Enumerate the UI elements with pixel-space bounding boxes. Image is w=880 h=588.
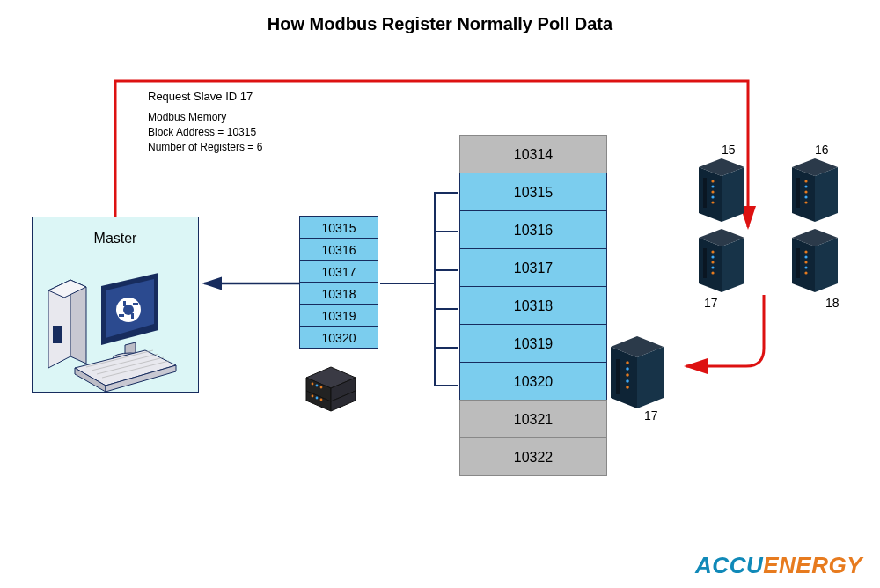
svg-point-43 (711, 185, 714, 187)
svg-point-61 (711, 255, 714, 258)
svg-point-62 (711, 261, 714, 263)
reg-cell: 10315 (299, 216, 378, 239)
svg-marker-75 (611, 347, 637, 408)
server-icon (607, 334, 667, 412)
slave-memory-map: 10314 10315 10316 10317 10318 10319 1032… (459, 136, 607, 476)
svg-rect-9 (53, 326, 62, 343)
slave-id-label: 16 (815, 143, 829, 157)
slave-id-label: 15 (722, 143, 736, 157)
svg-point-82 (626, 386, 629, 389)
reg-cell: 10315 (459, 173, 607, 211)
svg-rect-41 (703, 178, 707, 208)
svg-point-78 (626, 361, 629, 364)
diagram-title: How Modbus Register Normally Poll Data (0, 14, 880, 34)
svg-point-34 (320, 386, 323, 389)
svg-marker-39 (699, 167, 722, 222)
master-computer-icon (44, 273, 194, 405)
memory-line2: Block Address = 10315 (148, 125, 262, 140)
reg-cell: 10319 (459, 324, 607, 363)
svg-point-53 (804, 190, 807, 193)
memory-line1: Modbus Memory (148, 110, 262, 125)
slave-id-label: 17 (704, 296, 718, 310)
reg-cell: 10317 (299, 260, 378, 283)
svg-point-54 (804, 195, 807, 198)
svg-point-32 (312, 383, 314, 386)
svg-point-45 (711, 195, 714, 198)
svg-point-70 (804, 255, 807, 258)
svg-point-51 (804, 180, 807, 182)
svg-marker-66 (792, 238, 815, 292)
reg-cell: 10321 (459, 400, 607, 438)
svg-point-64 (711, 271, 714, 274)
modbus-memory-info: Modbus Memory Block Address = 10315 Numb… (148, 110, 262, 154)
svg-point-37 (320, 399, 323, 401)
reg-cell: 10318 (459, 286, 607, 325)
svg-point-69 (804, 250, 807, 253)
svg-marker-58 (722, 238, 744, 292)
svg-point-81 (626, 379, 629, 383)
reg-cell: 10320 (459, 362, 607, 401)
svg-marker-40 (722, 167, 744, 222)
svg-rect-77 (616, 359, 620, 394)
svg-rect-14 (123, 301, 126, 306)
memory-line3: Number of Registers = 6 (148, 140, 262, 155)
svg-point-73 (804, 271, 807, 274)
reg-cell: 10322 (459, 437, 607, 476)
svg-point-35 (312, 395, 314, 398)
reg-cell: 10317 (459, 248, 607, 287)
reg-cell: 10316 (459, 210, 607, 249)
svg-marker-76 (637, 347, 664, 408)
svg-rect-59 (703, 248, 707, 278)
master-label: Master (35, 231, 195, 246)
reg-cell: 10320 (299, 326, 378, 349)
svg-rect-15 (131, 313, 134, 319)
svg-point-55 (804, 201, 807, 203)
reg-cell: 10319 (299, 304, 378, 327)
svg-point-80 (626, 373, 629, 377)
svg-point-33 (316, 385, 319, 387)
brand-logo: ACCUENERGY (695, 552, 862, 579)
server-icon (788, 227, 841, 296)
svg-point-72 (804, 266, 807, 268)
reg-cell: 10316 (299, 238, 378, 261)
slave-id-label: 18 (825, 296, 840, 310)
server-icon (788, 157, 841, 225)
svg-point-52 (804, 185, 807, 187)
svg-point-63 (711, 266, 714, 268)
svg-marker-48 (792, 167, 815, 222)
svg-point-71 (804, 261, 807, 263)
svg-rect-16 (119, 314, 124, 317)
small-device-icon (304, 364, 357, 413)
svg-rect-17 (133, 303, 138, 305)
svg-point-79 (626, 367, 629, 371)
reg-cell: 10318 (299, 282, 378, 305)
response-register-block: 10315 10316 10317 10318 10319 10320 (299, 217, 378, 349)
server-icon (695, 227, 748, 296)
svg-rect-50 (796, 178, 800, 208)
svg-point-46 (711, 201, 714, 203)
svg-point-42 (711, 180, 714, 182)
svg-marker-49 (815, 167, 838, 222)
svg-rect-68 (796, 248, 800, 278)
request-slave-id-label: Request Slave ID 17 (148, 90, 253, 103)
svg-point-60 (711, 250, 714, 253)
svg-point-44 (711, 190, 714, 193)
svg-marker-67 (815, 238, 838, 292)
svg-point-36 (316, 397, 319, 400)
brand-part2: ENERGY (763, 552, 862, 578)
brand-part1: ACCU (695, 552, 763, 578)
server-icon (695, 157, 748, 225)
reg-cell: 10314 (459, 135, 607, 173)
svg-marker-57 (699, 238, 722, 292)
